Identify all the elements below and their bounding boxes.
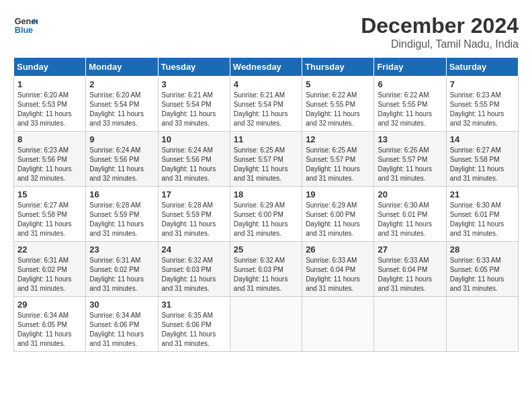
day-number: 10 bbox=[162, 134, 226, 144]
day-info: Sunrise: 6:29 AM Sunset: 6:00 PM Dayligh… bbox=[306, 201, 370, 238]
calendar-cell: 27Sunrise: 6:33 AM Sunset: 6:04 PM Dayli… bbox=[374, 242, 446, 297]
day-info: Sunrise: 6:33 AM Sunset: 6:05 PM Dayligh… bbox=[450, 256, 515, 293]
header-friday: Friday bbox=[374, 58, 446, 77]
day-info: Sunrise: 6:34 AM Sunset: 6:06 PM Dayligh… bbox=[89, 311, 154, 349]
day-number: 8 bbox=[17, 134, 82, 144]
day-number: 13 bbox=[378, 134, 442, 144]
day-number: 9 bbox=[89, 134, 154, 144]
day-info: Sunrise: 6:24 AM Sunset: 5:56 PM Dayligh… bbox=[89, 146, 154, 183]
day-info: Sunrise: 6:27 AM Sunset: 5:58 PM Dayligh… bbox=[17, 201, 82, 238]
calendar-cell: 24Sunrise: 6:32 AM Sunset: 6:03 PM Dayli… bbox=[158, 242, 230, 297]
day-info: Sunrise: 6:22 AM Sunset: 5:55 PM Dayligh… bbox=[378, 91, 442, 128]
header-saturday: Saturday bbox=[446, 58, 518, 77]
day-number: 4 bbox=[234, 79, 298, 89]
day-number: 28 bbox=[450, 244, 515, 255]
logo: General Blue bbox=[13, 13, 38, 38]
day-info: Sunrise: 6:23 AM Sunset: 5:55 PM Dayligh… bbox=[450, 91, 515, 128]
calendar-cell: 5Sunrise: 6:22 AM Sunset: 5:55 PM Daylig… bbox=[302, 77, 374, 132]
calendar-cell: 20Sunrise: 6:30 AM Sunset: 6:01 PM Dayli… bbox=[374, 187, 446, 242]
calendar-cell: 9Sunrise: 6:24 AM Sunset: 5:56 PM Daylig… bbox=[86, 132, 158, 187]
calendar-cell: 31Sunrise: 6:35 AM Sunset: 6:06 PM Dayli… bbox=[158, 297, 230, 352]
calendar-cell: 7Sunrise: 6:23 AM Sunset: 5:55 PM Daylig… bbox=[446, 77, 518, 132]
calendar-cell: 1Sunrise: 6:20 AM Sunset: 5:53 PM Daylig… bbox=[14, 77, 86, 132]
header-monday: Monday bbox=[86, 58, 158, 77]
calendar-cell: 10Sunrise: 6:24 AM Sunset: 5:56 PM Dayli… bbox=[158, 132, 230, 187]
day-info: Sunrise: 6:33 AM Sunset: 6:04 PM Dayligh… bbox=[378, 256, 442, 293]
day-info: Sunrise: 6:28 AM Sunset: 5:59 PM Dayligh… bbox=[162, 201, 226, 238]
calendar-cell: 12Sunrise: 6:25 AM Sunset: 5:57 PM Dayli… bbox=[302, 132, 374, 187]
day-info: Sunrise: 6:24 AM Sunset: 5:56 PM Dayligh… bbox=[162, 146, 226, 183]
calendar-week-row: 8Sunrise: 6:23 AM Sunset: 5:56 PM Daylig… bbox=[14, 132, 519, 187]
day-info: Sunrise: 6:32 AM Sunset: 6:03 PM Dayligh… bbox=[234, 256, 298, 293]
day-number: 7 bbox=[450, 79, 515, 89]
day-info: Sunrise: 6:25 AM Sunset: 5:57 PM Dayligh… bbox=[306, 146, 370, 183]
calendar-cell: 25Sunrise: 6:32 AM Sunset: 6:03 PM Dayli… bbox=[230, 242, 302, 297]
header-tuesday: Tuesday bbox=[158, 58, 230, 77]
calendar-cell: 29Sunrise: 6:34 AM Sunset: 6:05 PM Dayli… bbox=[14, 297, 86, 352]
day-info: Sunrise: 6:27 AM Sunset: 5:58 PM Dayligh… bbox=[450, 146, 515, 183]
day-number: 29 bbox=[17, 300, 82, 310]
day-number: 21 bbox=[450, 189, 515, 199]
day-number: 19 bbox=[306, 189, 370, 199]
calendar-header-row: SundayMondayTuesdayWednesdayThursdayFrid… bbox=[14, 58, 519, 77]
day-number: 12 bbox=[306, 134, 370, 144]
calendar-cell: 13Sunrise: 6:26 AM Sunset: 5:57 PM Dayli… bbox=[374, 132, 446, 187]
day-number: 15 bbox=[17, 189, 82, 199]
day-info: Sunrise: 6:21 AM Sunset: 5:54 PM Dayligh… bbox=[234, 91, 298, 128]
calendar-cell bbox=[446, 297, 518, 352]
day-number: 27 bbox=[378, 244, 442, 255]
day-number: 30 bbox=[89, 300, 154, 310]
calendar-cell: 6Sunrise: 6:22 AM Sunset: 5:55 PM Daylig… bbox=[374, 77, 446, 132]
day-info: Sunrise: 6:31 AM Sunset: 6:02 PM Dayligh… bbox=[89, 256, 154, 293]
calendar-cell bbox=[302, 297, 374, 352]
calendar-week-row: 29Sunrise: 6:34 AM Sunset: 6:05 PM Dayli… bbox=[14, 297, 519, 352]
day-info: Sunrise: 6:30 AM Sunset: 6:01 PM Dayligh… bbox=[378, 201, 442, 238]
calendar-cell: 21Sunrise: 6:30 AM Sunset: 6:01 PM Dayli… bbox=[446, 187, 518, 242]
day-number: 26 bbox=[306, 244, 370, 255]
calendar-cell: 30Sunrise: 6:34 AM Sunset: 6:06 PM Dayli… bbox=[86, 297, 158, 352]
day-number: 16 bbox=[89, 189, 154, 199]
calendar-cell: 23Sunrise: 6:31 AM Sunset: 6:02 PM Dayli… bbox=[86, 242, 158, 297]
svg-text:Blue: Blue bbox=[15, 26, 33, 35]
calendar-cell: 26Sunrise: 6:33 AM Sunset: 6:04 PM Dayli… bbox=[302, 242, 374, 297]
day-number: 6 bbox=[378, 79, 442, 89]
day-number: 18 bbox=[234, 189, 298, 199]
day-number: 31 bbox=[162, 300, 226, 310]
header-sunday: Sunday bbox=[14, 58, 86, 77]
day-info: Sunrise: 6:30 AM Sunset: 6:01 PM Dayligh… bbox=[450, 201, 515, 238]
day-info: Sunrise: 6:20 AM Sunset: 5:53 PM Dayligh… bbox=[17, 91, 82, 128]
page-header: General Blue December 2024 Dindigul, Tam… bbox=[13, 13, 519, 50]
calendar-body: 1Sunrise: 6:20 AM Sunset: 5:53 PM Daylig… bbox=[14, 77, 519, 352]
day-number: 5 bbox=[306, 79, 370, 89]
day-number: 20 bbox=[378, 189, 442, 199]
calendar-cell: 22Sunrise: 6:31 AM Sunset: 6:02 PM Dayli… bbox=[14, 242, 86, 297]
day-number: 17 bbox=[162, 189, 226, 199]
day-info: Sunrise: 6:32 AM Sunset: 6:03 PM Dayligh… bbox=[162, 256, 226, 293]
day-info: Sunrise: 6:34 AM Sunset: 6:05 PM Dayligh… bbox=[17, 311, 82, 349]
calendar-cell bbox=[230, 297, 302, 352]
calendar-cell: 18Sunrise: 6:29 AM Sunset: 6:00 PM Dayli… bbox=[230, 187, 302, 242]
calendar-cell: 17Sunrise: 6:28 AM Sunset: 5:59 PM Dayli… bbox=[158, 187, 230, 242]
calendar-cell: 4Sunrise: 6:21 AM Sunset: 5:54 PM Daylig… bbox=[230, 77, 302, 132]
month-title: December 2024 bbox=[361, 13, 519, 38]
day-info: Sunrise: 6:25 AM Sunset: 5:57 PM Dayligh… bbox=[234, 146, 298, 183]
day-number: 24 bbox=[162, 244, 226, 255]
calendar-cell: 2Sunrise: 6:20 AM Sunset: 5:54 PM Daylig… bbox=[86, 77, 158, 132]
day-number: 22 bbox=[17, 244, 82, 255]
calendar-cell: 15Sunrise: 6:27 AM Sunset: 5:58 PM Dayli… bbox=[14, 187, 86, 242]
day-number: 3 bbox=[162, 79, 226, 89]
calendar-cell: 11Sunrise: 6:25 AM Sunset: 5:57 PM Dayli… bbox=[230, 132, 302, 187]
header-wednesday: Wednesday bbox=[230, 58, 302, 77]
day-info: Sunrise: 6:35 AM Sunset: 6:06 PM Dayligh… bbox=[162, 311, 226, 349]
calendar-table: SundayMondayTuesdayWednesdayThursdayFrid… bbox=[13, 57, 519, 352]
location-subtitle: Dindigul, Tamil Nadu, India bbox=[361, 38, 519, 50]
header-thursday: Thursday bbox=[302, 58, 374, 77]
calendar-week-row: 1Sunrise: 6:20 AM Sunset: 5:53 PM Daylig… bbox=[14, 77, 519, 132]
title-block: December 2024 Dindigul, Tamil Nadu, Indi… bbox=[361, 13, 519, 50]
day-number: 25 bbox=[234, 244, 298, 255]
day-info: Sunrise: 6:23 AM Sunset: 5:56 PM Dayligh… bbox=[17, 146, 82, 183]
calendar-cell: 19Sunrise: 6:29 AM Sunset: 6:00 PM Dayli… bbox=[302, 187, 374, 242]
day-info: Sunrise: 6:26 AM Sunset: 5:57 PM Dayligh… bbox=[378, 146, 442, 183]
day-info: Sunrise: 6:33 AM Sunset: 6:04 PM Dayligh… bbox=[306, 256, 370, 293]
day-number: 14 bbox=[450, 134, 515, 144]
